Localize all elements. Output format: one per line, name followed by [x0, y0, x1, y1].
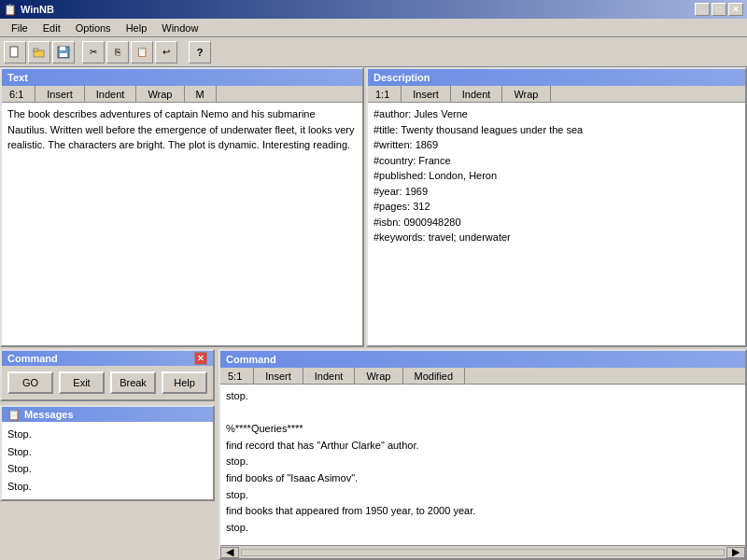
command-large-content[interactable]: stop. %****Queries****find record that h…: [220, 385, 745, 545]
description-panel-header: Description: [368, 69, 745, 86]
scroll-right-button[interactable]: ▶: [726, 547, 745, 558]
cmd-insert: Insert: [254, 368, 303, 384]
messages-title-label: Messages: [24, 409, 74, 420]
command-line: stop.: [226, 487, 740, 504]
text-panel-header: Text: [2, 69, 362, 86]
text-panel-title: Text: [7, 72, 28, 83]
open-button[interactable]: [28, 41, 50, 63]
message-line: Stop.: [7, 478, 207, 496]
toolbar: ✂ ⎘ 📋 ↩ ?: [0, 37, 747, 67]
description-panel: Description 1:1 Insert Indent Wrap #auth…: [366, 67, 747, 347]
description-line: #published: London, Heron: [374, 168, 740, 184]
messages-icon: 📋: [7, 409, 21, 421]
help-toolbar-button[interactable]: ?: [189, 41, 211, 63]
bottom-area: Command ✕ GO Exit Break Help 📋 Messages: [0, 349, 747, 560]
command-large-title: Command: [226, 354, 276, 365]
text-modified: M: [185, 86, 217, 102]
text-indent: Indent: [85, 86, 137, 102]
exit-button[interactable]: Exit: [59, 371, 105, 394]
description-line: #country: France: [374, 153, 740, 169]
description-line: #pages: 312: [374, 199, 740, 215]
top-panels: Text 6:1 Insert Indent Wrap M The book d…: [0, 67, 747, 347]
text-panel-statusbar: 6:1 Insert Indent Wrap M: [2, 86, 362, 103]
command-line: stop.: [226, 454, 740, 470]
description-line: #title: Twenty thousand leagues under th…: [374, 122, 740, 138]
messages-header: 📋 Messages: [0, 405, 215, 422]
new-button[interactable]: [4, 41, 26, 63]
menu-options[interactable]: Options: [68, 21, 119, 35]
maximize-button[interactable]: □: [712, 3, 726, 16]
messages-panel: 📋 Messages Stop.Stop.Stop.Stop.: [0, 405, 215, 501]
command-line: [226, 405, 740, 422]
text-content: The book describes adventures of captain…: [7, 108, 355, 150]
scroll-track[interactable]: [241, 549, 725, 556]
horizontal-scrollbar[interactable]: ◀ ▶: [220, 545, 745, 558]
desc-position: 1:1: [372, 86, 402, 102]
paste-button[interactable]: 📋: [131, 41, 153, 63]
command-small-header: Command ✕: [0, 349, 215, 366]
cmd-wrap: Wrap: [355, 368, 402, 384]
desc-indent: Indent: [451, 86, 503, 102]
app-title: WinNB: [21, 4, 54, 15]
command-line: stop.: [226, 520, 740, 537]
break-button[interactable]: Break: [110, 371, 156, 394]
cmd-modified: Modified: [403, 368, 466, 384]
cut-button[interactable]: ✂: [82, 41, 105, 63]
description-panel-content[interactable]: #author: Jules Verne#title: Twenty thous…: [368, 103, 745, 345]
command-buttons: GO Exit Break Help: [0, 366, 215, 401]
undo-button[interactable]: ↩: [155, 41, 177, 63]
command-small-title: Command: [7, 353, 58, 364]
svg-rect-0: [10, 47, 18, 57]
title-bar: 📋 WinNB _ □ ✕: [0, 0, 747, 19]
command-large-panel: Command 5:1 Insert Indent Wrap Modified …: [218, 349, 747, 560]
command-small-area: Command ✕ GO Exit Break Help 📋 Messages: [0, 349, 215, 560]
description-line: #author: Jules Verne: [374, 106, 740, 122]
menu-file[interactable]: File: [4, 21, 35, 35]
close-button[interactable]: ✕: [728, 3, 743, 16]
svg-rect-5: [60, 47, 65, 50]
text-panel-content[interactable]: The book describes adventures of captain…: [2, 103, 362, 345]
message-line: Stop.: [7, 460, 207, 478]
desc-insert: Insert: [402, 86, 451, 102]
message-line: Stop.: [7, 426, 207, 443]
command-line: stop.: [226, 388, 740, 405]
main-area: Text 6:1 Insert Indent Wrap M The book d…: [0, 67, 747, 560]
text-panel: Text 6:1 Insert Indent Wrap M The book d…: [0, 67, 364, 347]
messages-content: Stop.Stop.Stop.Stop.: [0, 422, 215, 501]
text-wrap: Wrap: [136, 86, 184, 102]
text-insert: Insert: [35, 86, 85, 102]
description-line: #isbn: 0900948280: [374, 215, 740, 231]
copy-button[interactable]: ⎘: [106, 41, 129, 63]
command-large-header: Command: [220, 351, 745, 368]
save-button[interactable]: [52, 41, 75, 63]
message-line: Stop.: [7, 443, 207, 461]
description-line: #year: 1969: [374, 184, 740, 200]
menu-edit[interactable]: Edit: [35, 21, 68, 35]
command-large-statusbar: 5:1 Insert Indent Wrap Modified: [220, 368, 745, 385]
window-controls: _ □ ✕: [695, 3, 743, 16]
command-line: find books of "Isaac Asimov".: [226, 470, 740, 487]
cmd-position: 5:1: [224, 368, 254, 384]
svg-rect-6: [60, 53, 67, 57]
minimize-button[interactable]: _: [695, 3, 710, 16]
description-panel-title: Description: [374, 72, 430, 83]
desc-wrap: Wrap: [502, 86, 550, 102]
app-icon: 📋: [4, 4, 17, 16]
go-button[interactable]: GO: [7, 371, 53, 394]
command-line: find record that has "Arthur Clarke" aut…: [226, 438, 740, 455]
description-line: #keywords: travel; underwater: [374, 230, 740, 245]
menu-window[interactable]: Window: [154, 21, 205, 35]
scroll-left-button[interactable]: ◀: [220, 547, 239, 558]
menu-help[interactable]: Help: [119, 21, 155, 35]
cmd-indent: Indent: [303, 368, 356, 384]
text-position: 6:1: [6, 86, 35, 102]
menu-bar: File Edit Options Help Window: [0, 19, 747, 37]
command-line: %****Queries****: [226, 421, 740, 438]
command-small-panel: Command ✕ GO Exit Break Help: [0, 349, 215, 401]
help-button[interactable]: Help: [162, 371, 207, 394]
description-line: #written: 1869: [374, 137, 740, 153]
svg-rect-3: [34, 49, 38, 51]
description-panel-statusbar: 1:1 Insert Indent Wrap: [368, 86, 745, 103]
command-close-button[interactable]: ✕: [194, 352, 207, 365]
command-line: find books that appeared from 1950 year,…: [226, 503, 740, 520]
